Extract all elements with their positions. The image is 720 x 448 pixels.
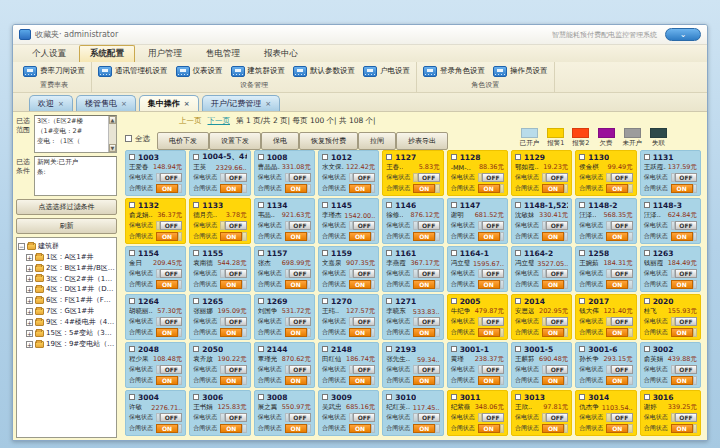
- switch-on-button[interactable]: ON: [156, 280, 178, 289]
- room-checkbox[interactable]: [129, 154, 135, 160]
- expand-icon[interactable]: +: [26, 286, 33, 293]
- switch-on-button[interactable]: ON: [220, 184, 242, 193]
- protect-off-button[interactable]: OFF: [482, 173, 504, 182]
- ribbon-button-通讯管理机设置[interactable]: 通讯管理机设置: [98, 66, 168, 77]
- room-checkbox[interactable]: [322, 202, 328, 208]
- room-checkbox[interactable]: [386, 346, 392, 352]
- room-checkbox[interactable]: [386, 394, 392, 400]
- tree-item[interactable]: +2区：B区1#井/B区1#井: [18, 263, 115, 274]
- prev-page-link[interactable]: 上一页: [179, 116, 202, 126]
- protect-off-button[interactable]: OFF: [289, 269, 311, 278]
- action-button-抄表导出[interactable]: 抄表导出: [396, 132, 448, 150]
- protect-off-button[interactable]: OFF: [546, 221, 568, 230]
- tree-item[interactable]: +15区：5#变站（3#变: [18, 328, 115, 339]
- switch-on-button[interactable]: ON: [671, 328, 693, 337]
- menu-item-报表中心[interactable]: 报表中心: [253, 45, 309, 62]
- protect-off-button[interactable]: OFF: [675, 221, 697, 230]
- protect-off-button[interactable]: OFF: [482, 317, 504, 326]
- protect-off-button[interactable]: OFF: [289, 365, 311, 374]
- room-checkbox[interactable]: [644, 298, 650, 304]
- ribbon-button-操作员设置[interactable]: 操作员设置: [493, 66, 548, 77]
- room-checkbox[interactable]: [258, 298, 264, 304]
- room-checkbox[interactable]: [579, 298, 585, 304]
- room-checkbox[interactable]: [644, 202, 650, 208]
- switch-on-button[interactable]: ON: [606, 280, 628, 289]
- protect-off-button[interactable]: OFF: [546, 317, 568, 326]
- room-checkbox[interactable]: [193, 298, 199, 304]
- switch-on-button[interactable]: ON: [285, 376, 307, 385]
- protect-off-button[interactable]: OFF: [418, 317, 440, 326]
- room-checkbox[interactable]: [129, 202, 135, 208]
- room-checkbox[interactable]: [579, 202, 585, 208]
- switch-on-button[interactable]: ON: [285, 280, 307, 289]
- switch-on-button[interactable]: ON: [349, 184, 371, 193]
- switch-on-button[interactable]: ON: [285, 232, 307, 241]
- room-checkbox[interactable]: [129, 346, 135, 352]
- ribbon-button-户电设置[interactable]: 户电设置: [363, 66, 410, 77]
- expand-icon[interactable]: +: [26, 308, 33, 315]
- room-checkbox[interactable]: [386, 298, 392, 304]
- protect-off-button[interactable]: OFF: [353, 173, 375, 182]
- protect-off-button[interactable]: OFF: [482, 269, 504, 278]
- room-checkbox[interactable]: [515, 154, 521, 160]
- protect-off-button[interactable]: OFF: [675, 269, 697, 278]
- switch-on-button[interactable]: ON: [285, 328, 307, 337]
- menu-item-个人设置[interactable]: 个人设置: [21, 45, 77, 62]
- switch-on-button[interactable]: ON: [671, 184, 693, 193]
- tree-item[interactable]: +3区：C区2#井（1#变: [18, 274, 115, 285]
- room-checkbox[interactable]: [129, 394, 135, 400]
- room-checkbox[interactable]: [451, 202, 457, 208]
- tab-楼管售电[interactable]: 楼管售电×: [76, 95, 136, 111]
- protect-off-button[interactable]: OFF: [160, 269, 182, 278]
- window-menu-button[interactable]: ⌄: [665, 28, 701, 41]
- switch-on-button[interactable]: ON: [542, 280, 564, 289]
- switch-on-button[interactable]: ON: [413, 280, 435, 289]
- scroll-up-icon[interactable]: ▲: [109, 116, 116, 124]
- scroll-down-icon[interactable]: ▼: [109, 144, 116, 152]
- protect-off-button[interactable]: OFF: [675, 317, 697, 326]
- select-all-checkbox[interactable]: [125, 135, 132, 142]
- protect-off-button[interactable]: OFF: [353, 365, 375, 374]
- switch-on-button[interactable]: ON: [478, 184, 500, 193]
- room-checkbox[interactable]: [193, 250, 199, 256]
- menu-item-售电管理[interactable]: 售电管理: [195, 45, 251, 62]
- room-checkbox[interactable]: [258, 202, 264, 208]
- pick-filter-button[interactable]: 点选选择过滤条件: [16, 199, 117, 215]
- tab-close-icon[interactable]: ×: [265, 100, 271, 108]
- switch-on-button[interactable]: ON: [478, 280, 500, 289]
- room-checkbox[interactable]: [258, 154, 264, 160]
- room-checkbox[interactable]: [258, 394, 264, 400]
- protect-off-button[interactable]: OFF: [289, 413, 311, 422]
- switch-on-button[interactable]: ON: [349, 424, 371, 433]
- room-checkbox[interactable]: [129, 298, 135, 304]
- switch-on-button[interactable]: ON: [413, 328, 435, 337]
- switch-on-button[interactable]: ON: [671, 376, 693, 385]
- protect-off-button[interactable]: OFF: [225, 317, 247, 326]
- tab-close-icon[interactable]: ×: [58, 100, 64, 108]
- expand-icon[interactable]: +: [26, 330, 33, 337]
- selected-range-listbox[interactable]: 3区:（E区2#楼（1#变电：2#变电：（1区（ ▲ ▼: [34, 115, 117, 153]
- collapse-icon[interactable]: −: [18, 243, 25, 250]
- expand-icon[interactable]: +: [26, 319, 33, 326]
- protect-off-button[interactable]: OFF: [482, 365, 504, 374]
- action-button-拉闸[interactable]: 拉闸: [358, 132, 396, 150]
- tab-开户/记费管理[interactable]: 开户/记费管理×: [202, 95, 281, 111]
- protect-off-button[interactable]: OFF: [225, 413, 247, 422]
- protect-off-button[interactable]: OFF: [418, 365, 440, 374]
- room-checkbox[interactable]: [322, 298, 328, 304]
- protect-off-button[interactable]: OFF: [289, 317, 311, 326]
- switch-on-button[interactable]: ON: [542, 376, 564, 385]
- action-button-设置下发[interactable]: 设置下发: [209, 132, 261, 150]
- ribbon-button-仪表设置[interactable]: 仪表设置: [176, 66, 223, 77]
- protect-off-button[interactable]: OFF: [225, 269, 247, 278]
- room-checkbox[interactable]: [451, 346, 457, 352]
- ribbon-button-登录角色设置[interactable]: 登录角色设置: [423, 66, 485, 77]
- switch-on-button[interactable]: ON: [606, 424, 628, 433]
- switch-on-button[interactable]: ON: [478, 232, 500, 241]
- room-checkbox[interactable]: [515, 394, 521, 400]
- switch-on-button[interactable]: ON: [671, 232, 693, 241]
- protect-off-button[interactable]: OFF: [289, 221, 311, 230]
- protect-off-button[interactable]: OFF: [611, 365, 633, 374]
- switch-on-button[interactable]: ON: [542, 184, 564, 193]
- switch-on-button[interactable]: ON: [220, 232, 242, 241]
